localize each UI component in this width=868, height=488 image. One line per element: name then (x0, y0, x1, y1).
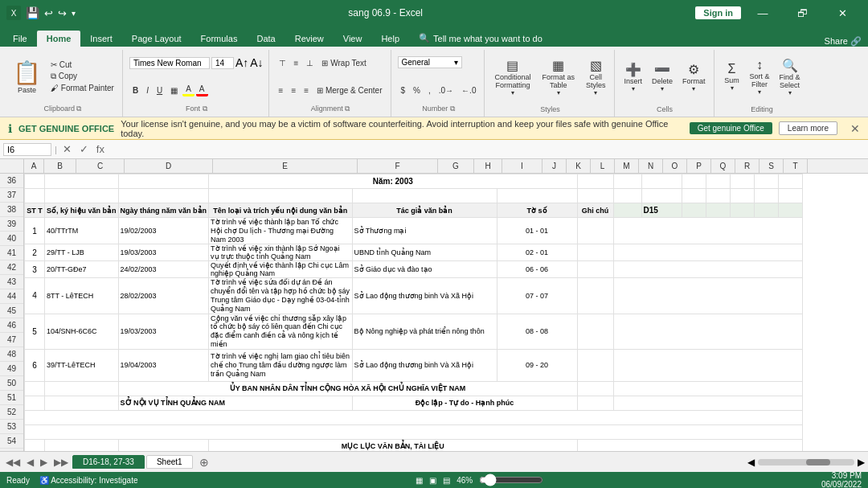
cell-46-e[interactable]: Độc lập - Tự do - Hạnh phúc (352, 396, 577, 410)
insert-button[interactable]: ➕ Insert ▾ (621, 50, 646, 104)
cell-38-f[interactable]: Tờ số (497, 203, 577, 218)
name-box[interactable] (3, 143, 51, 156)
cell-40-c[interactable]: 19/03/2003 (118, 244, 209, 261)
col-header-m[interactable]: M (615, 159, 639, 173)
cell-36-m[interactable] (754, 174, 778, 189)
cell-46-g[interactable] (577, 396, 613, 410)
insert-function-icon[interactable]: fx (94, 143, 107, 155)
cell-38-a[interactable]: ST T (25, 203, 45, 218)
border-button[interactable]: ▦ (167, 85, 181, 96)
align-right-btn[interactable]: ≡ (301, 85, 312, 96)
cell-36-a[interactable] (25, 174, 45, 189)
scroll-sheets-right[interactable]: ▶▶ (51, 457, 71, 468)
cell-38-n[interactable] (778, 203, 802, 218)
cell-49-b[interactable] (45, 439, 119, 451)
font-name-input[interactable] (129, 57, 210, 69)
col-header-s[interactable]: S (760, 159, 784, 173)
sheet-tab-d16[interactable]: D16-18, 27-33 (72, 455, 145, 469)
cell-46-b[interactable] (45, 396, 119, 410)
cell-36-l[interactable] (730, 174, 754, 189)
zoom-slider[interactable] (479, 474, 543, 486)
cell-41-f[interactable]: 06 - 06 (497, 261, 577, 278)
tab-view[interactable]: View (334, 31, 372, 47)
scroll-sheet-right[interactable]: ▶ (38, 457, 50, 468)
tab-search[interactable]: 🔍 Tell me what you want to do (409, 30, 552, 47)
cell-40-rest[interactable] (613, 244, 802, 261)
cell-40-d[interactable]: Tờ trình về việc xin thành lập Sở Ngoại … (209, 244, 353, 261)
add-sheet-button[interactable]: ⊕ (194, 454, 214, 470)
cell-46-a[interactable] (25, 396, 45, 410)
col-header-h[interactable]: H (474, 159, 502, 173)
cell-46-rest[interactable] (613, 396, 802, 410)
align-left-btn[interactable]: ≡ (276, 85, 287, 96)
learn-more-button[interactable]: Learn more (779, 121, 837, 135)
cell-49-a[interactable] (25, 439, 45, 451)
restore-button[interactable]: 🗗 (784, 0, 821, 26)
cell-39-c[interactable]: 19/02/2003 (118, 218, 209, 244)
font-size-input[interactable] (211, 57, 234, 69)
col-header-g[interactable]: G (438, 159, 474, 173)
horizontal-scroll-left[interactable]: ◀ (747, 457, 755, 468)
find-select-button[interactable]: 🔍 Find &Select ▾ (776, 50, 804, 104)
col-header-d[interactable]: D (125, 159, 213, 173)
cell-37-h[interactable] (613, 189, 641, 203)
close-button[interactable]: ✕ (825, 0, 862, 26)
view-page-icon[interactable]: ▤ (443, 476, 450, 485)
cell-49-d[interactable]: MỤC LỤC VĂN BẢN, TÀI LIỆU (209, 439, 578, 451)
cell-38-l[interactable] (730, 203, 754, 218)
cell-44-a[interactable]: 6 (25, 349, 45, 381)
cell-45-rest[interactable] (613, 381, 802, 396)
cell-42-f[interactable]: 07 - 07 (497, 278, 577, 314)
col-header-r[interactable]: R (735, 159, 760, 173)
cell-43-b[interactable]: 104/SNH-6C6C (45, 314, 119, 349)
cell-42-b[interactable]: 8TT - LêTECH (45, 278, 119, 314)
cell-38-c[interactable]: Ngày tháng năm văn bản (118, 203, 209, 218)
cell-44-c[interactable]: 19/04/2003 (118, 349, 209, 381)
cell-styles-button[interactable]: ▧ CellStyles ▾ (583, 50, 609, 104)
cell-46-c[interactable]: SỞ NỘI VỤ TỈNH QUẢNG NAM (118, 396, 352, 410)
underline-button[interactable]: U (154, 85, 166, 96)
col-header-t[interactable]: T (784, 159, 808, 173)
cell-39-e[interactable]: Sở Thương mại (352, 218, 497, 244)
cell-42-g[interactable] (577, 278, 613, 314)
cell-36-k[interactable] (706, 174, 730, 189)
col-header-c[interactable]: C (76, 159, 125, 173)
scroll-sheets-left[interactable]: ◀◀ (3, 457, 23, 468)
tab-formulas[interactable]: Formulas (191, 31, 248, 47)
cell-40-b[interactable]: 29/TT - LJB (45, 244, 119, 261)
clipboard-expand[interactable]: ⧉ (76, 105, 81, 113)
format-painter-button[interactable]: 🖌 Format Painter (47, 83, 117, 93)
col-header-j[interactable]: J (542, 159, 567, 173)
decrease-font-btn[interactable]: A↓ (250, 56, 263, 69)
copy-button[interactable]: ⧉ Copy (47, 71, 117, 82)
cell-36-c[interactable] (118, 174, 209, 189)
align-mid-btn[interactable]: ≡ (291, 58, 302, 68)
cell-42-d[interactable]: Tờ trình về việc sửa đổi dự án Đề án chu… (209, 278, 353, 314)
tab-file[interactable]: File (3, 31, 37, 47)
tab-data[interactable]: Data (247, 31, 285, 47)
cell-45-g[interactable] (577, 381, 613, 396)
increase-font-btn[interactable]: A↑ (235, 56, 248, 69)
italic-button[interactable]: I (143, 85, 152, 96)
cell-43-a[interactable]: 5 (25, 314, 45, 349)
cell-48-all[interactable] (25, 424, 803, 439)
view-normal-icon[interactable]: ▦ (416, 476, 423, 485)
tab-review[interactable]: Review (285, 31, 334, 47)
alignment-expand[interactable]: ⧉ (345, 105, 350, 113)
cell-39-a[interactable]: 1 (25, 218, 45, 244)
increase-decimal-btn[interactable]: .0→ (436, 85, 457, 96)
cell-39-d[interactable]: Tờ trình về việc thành lập ban Tổ chức H… (209, 218, 353, 244)
col-header-a[interactable]: A (24, 159, 44, 173)
formula-input[interactable] (110, 145, 865, 154)
cell-38-h[interactable] (613, 203, 641, 218)
cell-39-f[interactable]: 01 - 01 (497, 218, 577, 244)
cell-37-n[interactable] (778, 189, 802, 203)
cell-44-f[interactable]: 09 - 20 (497, 349, 577, 381)
col-header-i[interactable]: I (502, 159, 542, 173)
cell-38-d[interactable]: Tên loại và trích yếu nội dung văn bản (209, 203, 353, 218)
col-header-b[interactable]: B (44, 159, 76, 173)
quick-save[interactable]: 💾 (26, 6, 39, 19)
fill-color-button[interactable]: A (182, 84, 194, 96)
cell-49-c[interactable] (118, 439, 209, 451)
currency-btn[interactable]: $ (398, 85, 409, 96)
